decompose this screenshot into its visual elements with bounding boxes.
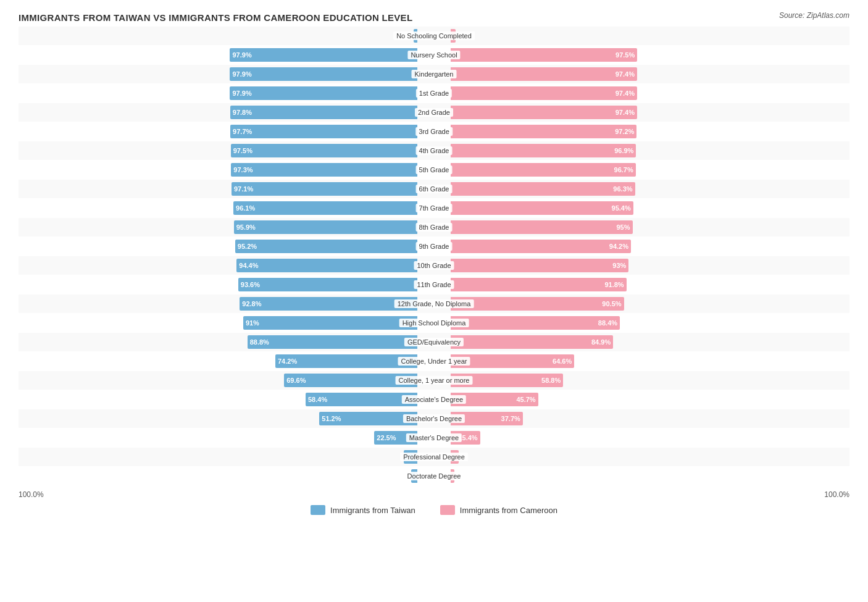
bar-taiwan: 88.8% bbox=[248, 335, 417, 349]
bar-taiwan: 92.8% bbox=[240, 297, 417, 311]
bar-taiwan-label: 88.8% bbox=[250, 338, 269, 346]
left-bar-section: 97.5% bbox=[19, 144, 417, 157]
bar-cameroon-label: 96.7% bbox=[614, 166, 633, 173]
chart-row: 58.4% Associate's Degree 45.7% bbox=[19, 390, 849, 409]
bar-cameroon-label: 37.7% bbox=[501, 415, 520, 422]
bar-cameroon-label: 90.5% bbox=[602, 300, 621, 307]
left-bar-section: 95.2% bbox=[19, 240, 417, 253]
chart-row: 97.9% Nursery School 97.5% bbox=[19, 46, 849, 64]
bar-cameroon: 97.2% bbox=[451, 125, 636, 138]
chart-row: 97.5% 4th Grade 96.9% bbox=[19, 141, 849, 160]
legend-taiwan: Immigrants from Taiwan bbox=[311, 505, 415, 515]
bar-cameroon: 96.9% bbox=[451, 144, 636, 157]
bar-cameroon-label: 97.4% bbox=[616, 90, 635, 97]
right-bar-section: 97.2% bbox=[451, 125, 849, 138]
left-bar-section: 92.8% bbox=[19, 297, 417, 311]
row-label: 12th Grade, No Diploma bbox=[394, 299, 474, 308]
legend-taiwan-color bbox=[311, 505, 325, 515]
right-bar-section: 37.7% bbox=[451, 412, 849, 425]
row-label: 9th Grade bbox=[416, 242, 453, 251]
chart-row: 97.8% 2nd Grade 97.4% bbox=[19, 103, 849, 122]
left-bar-section: 3.2% bbox=[19, 469, 417, 483]
row-label: 6th Grade bbox=[416, 185, 453, 193]
bar-cameroon-label: 97.2% bbox=[615, 128, 634, 135]
left-bar-section: 58.4% bbox=[19, 393, 417, 406]
bar-taiwan: 93.6% bbox=[238, 278, 417, 291]
bar-taiwan-label: 69.6% bbox=[286, 377, 306, 384]
right-bar-section: 97.4% bbox=[451, 86, 849, 100]
bar-taiwan: 97.7% bbox=[230, 125, 417, 138]
row-label: College, Under 1 year bbox=[398, 357, 470, 366]
row-label: Doctorate Degree bbox=[404, 472, 464, 480]
bar-taiwan: 74.2% bbox=[275, 354, 417, 368]
bar-taiwan: 97.5% bbox=[231, 144, 417, 157]
chart-row: 7.1% Professional Degree 4.3% bbox=[19, 448, 849, 466]
left-bar-section: 96.1% bbox=[19, 201, 417, 215]
left-bar-section: 97.7% bbox=[19, 125, 417, 138]
left-bar-section: 97.9% bbox=[19, 67, 417, 81]
bar-taiwan-label: 97.9% bbox=[232, 90, 251, 97]
bar-taiwan-label: 51.2% bbox=[322, 415, 341, 422]
bar-cameroon: 96.3% bbox=[451, 182, 635, 196]
bar-taiwan: 95.2% bbox=[235, 240, 417, 253]
chart-row: 93.6% 11th Grade 91.8% bbox=[19, 275, 849, 294]
left-bar-section: 51.2% bbox=[19, 412, 417, 425]
right-bar-section: 58.8% bbox=[451, 374, 849, 387]
left-bar-section: 22.5% bbox=[19, 431, 417, 445]
row-label: 1st Grade bbox=[416, 89, 452, 98]
left-bar-section: 97.8% bbox=[19, 106, 417, 119]
bar-taiwan-label: 58.4% bbox=[308, 396, 327, 403]
bar-cameroon-label: 84.9% bbox=[591, 338, 611, 346]
right-bar-section: 45.7% bbox=[451, 393, 849, 406]
left-bar-section: 97.1% bbox=[19, 182, 417, 196]
bar-cameroon: 97.4% bbox=[451, 67, 637, 81]
chart-row: 3.2% Doctorate Degree 2% bbox=[19, 467, 849, 485]
bar-taiwan-label: 97.1% bbox=[234, 185, 253, 193]
bar-taiwan: 97.8% bbox=[230, 106, 417, 119]
row-label: Bachelor's Degree bbox=[403, 414, 465, 423]
bar-cameroon: 97.5% bbox=[451, 48, 637, 62]
bar-cameroon: 97.4% bbox=[451, 106, 637, 119]
row-label: Nursery School bbox=[407, 51, 460, 59]
bar-taiwan-label: 95.9% bbox=[236, 224, 256, 231]
bar-cameroon-label: 88.4% bbox=[598, 319, 617, 327]
right-bar-section: 4.3% bbox=[451, 450, 849, 464]
chart-row: 97.7% 3rd Grade 97.2% bbox=[19, 122, 849, 141]
bar-cameroon: 95% bbox=[451, 220, 633, 234]
left-bar-section: 97.9% bbox=[19, 86, 417, 100]
chart-row: 95.9% 8th Grade 95% bbox=[19, 218, 849, 236]
bar-taiwan: 96.1% bbox=[233, 201, 417, 215]
row-label: High School Diploma bbox=[399, 319, 469, 327]
legend-cameroon: Immigrants from Cameroon bbox=[440, 505, 557, 515]
bar-taiwan-label: 96.1% bbox=[236, 204, 255, 212]
bar-cameroon-label: 96.9% bbox=[614, 147, 633, 154]
source-label: Source: ZipAtlas.com bbox=[779, 11, 849, 20]
chart-row: 2.1% No Schooling Completed 2.5% bbox=[19, 27, 849, 45]
bar-cameroon-label: 45.7% bbox=[516, 396, 535, 403]
right-bar-section: 96.9% bbox=[451, 144, 849, 157]
chart-row: 22.5% Master's Degree 15.4% bbox=[19, 429, 849, 447]
bar-taiwan-label: 97.9% bbox=[232, 70, 251, 78]
right-bar-section: 93% bbox=[451, 259, 849, 272]
row-label: 11th Grade bbox=[414, 280, 454, 289]
bar-cameroon: 97.4% bbox=[451, 86, 637, 100]
bar-cameroon-label: 97.4% bbox=[616, 109, 635, 116]
chart-rows-wrapper: 2.1% No Schooling Completed 2.5% 97.9% N… bbox=[19, 27, 849, 485]
bar-taiwan-label: 97.8% bbox=[233, 109, 252, 116]
bar-cameroon: 95.4% bbox=[451, 201, 633, 215]
right-bar-section: 97.4% bbox=[451, 106, 849, 119]
row-label: 8th Grade bbox=[416, 223, 453, 232]
bar-cameroon: 94.2% bbox=[451, 240, 631, 253]
row-label: Master's Degree bbox=[406, 433, 462, 442]
axis-right-label: 100.0% bbox=[824, 490, 849, 499]
right-bar-section: 90.5% bbox=[451, 297, 849, 311]
left-bar-section: 95.9% bbox=[19, 220, 417, 234]
right-bar-section: 15.4% bbox=[451, 431, 849, 445]
row-label: 4th Grade bbox=[416, 146, 453, 155]
chart-row: 74.2% College, Under 1 year 64.6% bbox=[19, 352, 849, 370]
legend-cameroon-label: Immigrants from Cameroon bbox=[460, 506, 557, 515]
bar-taiwan: 97.3% bbox=[231, 163, 417, 177]
right-bar-section: 94.2% bbox=[451, 240, 849, 253]
bar-cameroon: 90.5% bbox=[451, 297, 624, 311]
chart-row: 88.8% GED/Equivalency 84.9% bbox=[19, 333, 849, 351]
